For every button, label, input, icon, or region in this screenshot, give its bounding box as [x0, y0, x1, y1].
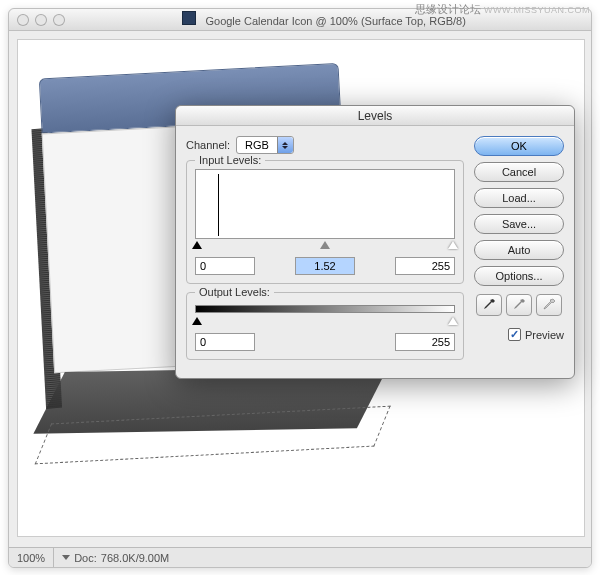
auto-button[interactable]: Auto — [474, 240, 564, 260]
load-button[interactable]: Load... — [474, 188, 564, 208]
histogram-data — [218, 174, 219, 236]
doc-info[interactable]: Doc: 768.0K/9.00M — [54, 552, 177, 564]
disclosure-icon[interactable] — [62, 555, 70, 560]
eyedropper-icon — [482, 298, 496, 312]
input-levels-label: Input Levels: — [195, 154, 265, 166]
black-point-slider[interactable] — [192, 241, 202, 249]
check-icon: ✓ — [510, 328, 519, 341]
eyedropper-icon — [512, 298, 526, 312]
minimize-icon[interactable] — [35, 14, 47, 26]
output-gradient[interactable] — [195, 305, 455, 313]
watermark: 思缘设计论坛 WWW.MISSYUAN.COM — [415, 2, 590, 17]
watermark-url: WWW.MISSYUAN.COM — [484, 5, 590, 15]
white-eyedropper-button[interactable] — [536, 294, 562, 316]
save-button[interactable]: Save... — [474, 214, 564, 234]
histogram[interactable] — [195, 169, 455, 239]
input-gamma-field[interactable] — [295, 257, 355, 275]
preview-checkbox[interactable]: ✓ — [508, 328, 521, 341]
gamma-slider[interactable] — [320, 241, 330, 249]
channel-select[interactable]: RGB — [236, 136, 294, 154]
photoshop-icon — [182, 11, 196, 25]
status-bar: 100% Doc: 768.0K/9.00M — [9, 547, 591, 567]
input-slider[interactable] — [195, 243, 455, 251]
black-eyedropper-button[interactable] — [476, 294, 502, 316]
output-levels-label: Output Levels: — [195, 286, 274, 298]
output-white-field[interactable] — [395, 333, 455, 351]
eyedropper-group — [474, 294, 564, 316]
output-white-slider[interactable] — [448, 317, 458, 325]
input-white-field[interactable] — [395, 257, 455, 275]
input-levels-group: Input Levels: — [186, 160, 464, 284]
zoom-level[interactable]: 100% — [9, 548, 54, 567]
dropdown-icon[interactable] — [277, 137, 293, 153]
cancel-button[interactable]: Cancel — [474, 162, 564, 182]
eyedropper-icon — [542, 298, 556, 312]
white-point-slider[interactable] — [448, 241, 458, 249]
output-black-slider[interactable] — [192, 317, 202, 325]
dialog-title[interactable]: Levels — [176, 106, 574, 126]
output-black-field[interactable] — [195, 333, 255, 351]
gray-eyedropper-button[interactable] — [506, 294, 532, 316]
watermark-cn: 思缘设计论坛 — [415, 3, 481, 15]
zoom-icon[interactable] — [53, 14, 65, 26]
ok-button[interactable]: OK — [474, 136, 564, 156]
close-icon[interactable] — [17, 14, 29, 26]
output-slider[interactable] — [195, 319, 455, 327]
output-levels-group: Output Levels: — [186, 292, 464, 360]
channel-label: Channel: — [186, 139, 230, 151]
preview-label: Preview — [525, 329, 564, 341]
levels-dialog: Levels Channel: RGB Input Levels: — [175, 105, 575, 379]
options-button[interactable]: Options... — [474, 266, 564, 286]
traffic-lights — [17, 14, 65, 26]
input-black-field[interactable] — [195, 257, 255, 275]
